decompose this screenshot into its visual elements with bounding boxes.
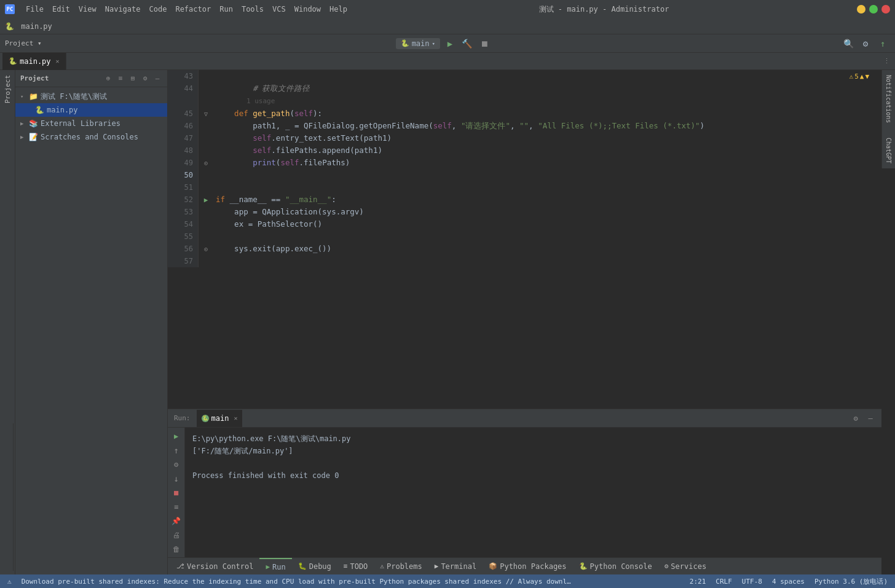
tool-tab-todo-label: TODO [350,562,368,571]
run-settings-btn[interactable]: ⚙ [170,458,183,470]
terminal-line-3 [192,457,874,469]
tool-tab-problems[interactable]: ⚠ Problems [374,558,428,575]
search-button[interactable]: 🔍 [841,36,856,51]
tool-tab-terminal[interactable]: ▶ Terminal [428,558,483,575]
tree-expand-icon-scratch: ▶ [20,134,26,140]
run-scroll-end-button[interactable]: ≡ [170,501,183,512]
sidebar-actions: ⊕ ≡ ⊞ ⚙ — [103,74,162,84]
line-content-43 [213,70,881,82]
run-pin-button[interactable]: 📌 [170,515,183,527]
run-tab-close[interactable]: ✕ [234,415,237,421]
tool-tab-todo[interactable]: ≡ TODO [337,558,374,575]
show-options-button[interactable]: ⊞ [128,74,138,84]
run-hide-button[interactable]: — [864,412,877,425]
status-line-sep[interactable]: CRLF [713,578,735,586]
tree-external-lib-label: External Libraries [41,119,120,128]
vcs-button[interactable]: ↑ [875,36,890,51]
code-line-53: 53 app = QApplication(sys.argv) [168,206,881,218]
tree-main-py-label: main.py [47,106,78,114]
menu-file[interactable]: File [22,4,47,15]
tool-tab-version-control[interactable]: ⎇ Version Control [170,558,259,575]
status-python-version[interactable]: Python 3.6 (放电话) [812,577,890,586]
project-tab-button[interactable]: Project [1,70,14,108]
line-content-46: path1, _ = QFileDialog.getOpenFileName(s… [213,120,881,132]
run-stop-button[interactable]: ■ [170,487,183,498]
sidebar-settings-button[interactable]: ⚙ [140,74,150,84]
status-left: ⚠ Download pre-built shared indexes: Red… [5,578,577,586]
gutter-48 [199,144,213,157]
warning-arrow-up[interactable]: ▲ [860,73,864,80]
status-encoding[interactable]: UTF-8 [739,578,765,586]
run-tab-main[interactable]: 🐍 main ✕ [197,410,243,427]
menu-edit[interactable]: Edit [49,4,74,15]
collapse-all-button[interactable]: ≡ [116,74,125,84]
warning-arrow-down[interactable]: ▼ [865,73,869,80]
file-tab-main-py[interactable]: 🐍 main.py ✕ [2,53,66,70]
menu-refactor[interactable]: Refactor [172,4,215,15]
close-button[interactable]: ✕ [881,5,890,14]
tree-scratches-consoles[interactable]: ▶ 📝 Scratches and Consoles [15,130,167,144]
run-print-button[interactable]: 🖨 [170,529,183,541]
menu-tools[interactable]: Tools [238,4,267,15]
code-line-46: 46 path1, _ = QFileDialog.getOpenFileNam… [168,120,881,132]
line-num-51: 51 [168,181,199,194]
locate-file-button[interactable]: ⊕ [103,74,113,84]
run-tab-label: main [211,414,229,423]
tab-overflow-menu[interactable]: ⋮ [881,57,893,65]
run-configuration[interactable]: 🐍 main ▾ [396,38,440,49]
menu-window[interactable]: Window [291,4,325,15]
tool-tab-python-console[interactable]: 🐍 Python Console [573,558,658,575]
editor-toolbar: Project ▾ 🐍 main ▾ ▶ 🔨 ⏹ 🔍 ⚙ ↑ [0,34,895,53]
tool-tab-services[interactable]: ⚙ Services [658,558,712,575]
tool-tab-services-label: Services [671,562,706,571]
tool-tab-terminal-label: Terminal [441,562,476,571]
run-scroll-down-button[interactable]: ↓ [170,472,183,484]
menu-vcs[interactable]: VCS [269,4,290,15]
run-restart-button[interactable]: ▶ [170,430,183,442]
sidebar-hide-button[interactable]: — [152,74,162,84]
title-bar: PC File Edit View Navigate Code Refactor… [0,0,895,18]
line-content-57 [213,255,881,267]
code-line-43: 43 [168,70,881,82]
menu-code[interactable]: Code [146,4,171,15]
run-scroll-up-button[interactable]: ↑ [170,444,183,456]
code-line-50: 50 [168,169,881,181]
status-indent[interactable]: 4 spaces [770,578,807,586]
run-settings-button[interactable]: ⚙ [850,412,862,425]
tab-close-icon[interactable]: ✕ [56,58,60,65]
settings-button[interactable]: ⚙ [858,36,873,51]
gutter-52: ▶ [199,194,213,206]
tool-tab-debug-label: Debug [309,562,331,571]
tree-root-folder[interactable]: ▾ 📁 测试 F:\随笔\测试 [15,90,167,103]
status-notification[interactable]: Download pre-built shared indexes: Reduc… [19,578,577,586]
maximize-button[interactable]: □ [869,5,878,14]
project-label: Project ▾ [5,39,42,47]
menu-navigate[interactable]: Navigate [101,4,144,15]
line-content-51 [213,181,881,194]
run-button[interactable]: ▶ [443,36,457,51]
tool-tab-vc-label: Version Control [187,562,253,571]
warning-icon: ⚠ [850,73,854,80]
tab-label: main.py [20,57,51,66]
run-clear-button[interactable]: 🗑 [170,543,183,555]
folder-icon: 📁 [29,92,38,101]
build-button[interactable]: 🔨 [460,36,475,51]
tree-item-main-py[interactable]: 🐍 main.py [15,103,167,117]
line-num-57: 57 [168,255,199,267]
chatgpt-tab[interactable]: ChatGPT [883,133,894,168]
code-editor[interactable]: ⚠ 5 ▲ ▼ 43 44 # 获取文件路径 [168,70,881,409]
tool-tab-debug[interactable]: 🐛 Debug [292,558,337,575]
tool-tab-python-packages[interactable]: 📦 Python Packages [483,558,572,575]
notification-text: Download pre-built shared indexes: Reduc… [22,578,575,586]
window-title: 测试 - main.py - Administrator [539,4,669,15]
menu-view[interactable]: View [75,4,100,15]
tool-tab-run[interactable]: ▶ Run [259,558,291,575]
notifications-tab[interactable]: Notifications [883,70,894,128]
menu-run[interactable]: Run [216,4,237,15]
tree-external-libraries[interactable]: ▶ 📚 External Libraries [15,117,167,130]
tree-scratches-label: Scratches and Consoles [41,133,138,141]
stop-button[interactable]: ⏹ [477,36,492,51]
status-position[interactable]: 2:21 [687,578,709,586]
minimize-button[interactable]: — [857,5,865,14]
menu-help[interactable]: Help [326,4,351,15]
